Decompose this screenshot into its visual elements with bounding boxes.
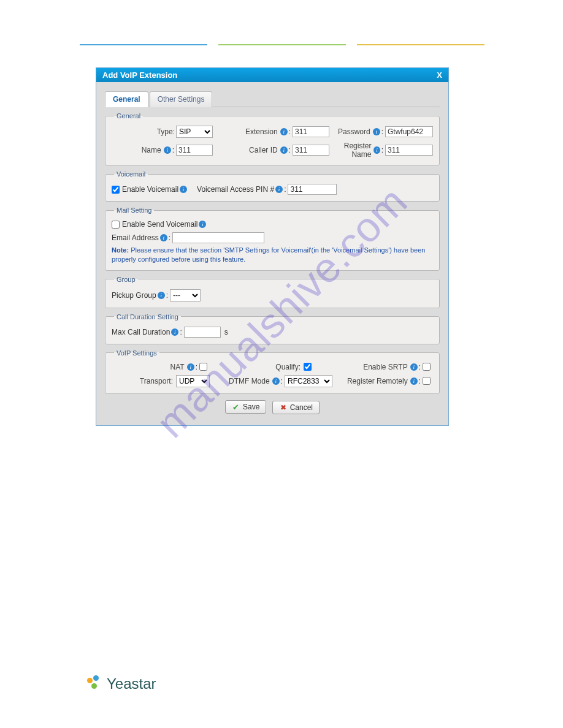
note-smtp: Note: Please ensure that the section 'SM… xyxy=(112,246,433,264)
input-max-duration[interactable] xyxy=(184,327,221,338)
save-button[interactable]: Save xyxy=(225,400,266,414)
check-icon xyxy=(232,403,240,411)
legend-mail: Mail Setting xyxy=(114,207,154,214)
group-general: General Type: SIP Extension i: Password … xyxy=(105,112,440,165)
label-dtmf-mode: DTMF Mode xyxy=(229,377,271,385)
info-icon[interactable]: i xyxy=(164,146,171,154)
label-extension: Extension xyxy=(245,127,279,136)
input-register-name[interactable] xyxy=(385,145,433,156)
label-max-duration: Max Call Duration xyxy=(112,328,170,336)
info-icon[interactable]: i xyxy=(199,221,206,228)
note-text: Please ensure that the section 'SMTP Set… xyxy=(112,246,425,263)
legend-voip: VoIP Settings xyxy=(114,349,159,357)
group-voip-settings: VoIP Settings NAT i: Qualify: Enable SRT… xyxy=(105,349,440,394)
checkbox-nat[interactable] xyxy=(199,363,207,371)
label-qualify: Qualify: xyxy=(275,363,302,371)
note-label: Note: xyxy=(112,246,129,254)
group-call-duration: Call Duration Setting Max Call Duration … xyxy=(105,313,440,344)
brand-text: Yeastar xyxy=(107,675,156,692)
brand: Yeastar xyxy=(86,675,156,692)
label-enable-srtp: Enable SRTP xyxy=(363,363,409,371)
input-caller-id[interactable] xyxy=(293,145,329,156)
label-name: Name xyxy=(142,146,163,154)
select-pickup-group[interactable]: --- xyxy=(170,289,201,301)
select-type[interactable]: SIP xyxy=(176,126,213,138)
dialog-title: Add VoIP Extension xyxy=(102,70,177,80)
legend-duration: Call Duration Setting xyxy=(114,313,181,320)
info-icon[interactable]: i xyxy=(180,186,187,193)
info-icon[interactable]: i xyxy=(410,363,418,371)
button-bar: Save Cancel xyxy=(105,400,440,414)
brand-logo-icon xyxy=(86,675,103,692)
dialog-add-voip-extension: Add VoIP Extension X General Other Setti… xyxy=(96,67,449,426)
info-icon[interactable]: i xyxy=(275,186,283,193)
tab-other-settings[interactable]: Other Settings xyxy=(150,91,213,107)
input-email-address[interactable] xyxy=(172,232,264,243)
input-password[interactable] xyxy=(385,126,433,137)
group-mail-setting: Mail Setting Enable Send Voicemail i Ema… xyxy=(105,207,440,271)
select-transport[interactable]: UDP xyxy=(176,375,210,387)
dialog-header: Add VoIP Extension X xyxy=(96,68,448,82)
checkbox-register-remotely[interactable] xyxy=(423,377,431,385)
info-icon[interactable]: i xyxy=(160,234,167,241)
rule-green xyxy=(218,44,346,45)
top-underline xyxy=(80,44,484,45)
checkbox-enable-send-voicemail[interactable] xyxy=(112,221,120,229)
tab-bar: General Other Settings xyxy=(105,91,440,107)
cancel-button[interactable]: Cancel xyxy=(272,401,320,414)
label-register-remotely: Register Remotely xyxy=(347,377,409,385)
legend-group: Group xyxy=(114,276,138,283)
label-voicemail-pin: Voicemail Access PIN # xyxy=(197,185,274,194)
input-extension[interactable] xyxy=(293,126,329,137)
label-duration-unit: s xyxy=(224,328,228,336)
rule-blue xyxy=(80,44,207,45)
checkbox-qualify[interactable] xyxy=(304,363,312,371)
rule-gold xyxy=(357,44,484,45)
label-password: Password xyxy=(338,127,372,136)
select-dtmf-mode[interactable]: RFC2833 xyxy=(285,375,332,387)
label-transport: Transport: xyxy=(140,377,174,385)
cross-icon xyxy=(279,403,288,412)
label-caller-id: Caller ID xyxy=(249,146,279,154)
input-voicemail-pin[interactable] xyxy=(288,184,337,195)
legend-general: General xyxy=(114,112,143,119)
checkbox-enable-srtp[interactable] xyxy=(423,363,431,371)
info-icon[interactable]: i xyxy=(280,146,288,154)
info-icon[interactable]: i xyxy=(373,128,380,135)
save-button-label: Save xyxy=(243,403,259,411)
info-icon[interactable]: i xyxy=(280,128,288,135)
checkbox-enable-voicemail[interactable] xyxy=(112,186,120,194)
info-icon[interactable]: i xyxy=(187,363,194,371)
info-icon[interactable]: i xyxy=(171,328,178,336)
label-enable-voicemail: Enable Voicemail xyxy=(122,185,178,194)
info-icon[interactable]: i xyxy=(373,146,380,154)
label-type: Type: xyxy=(157,127,176,136)
label-pickup-group: Pickup Group xyxy=(112,291,156,300)
input-name[interactable] xyxy=(176,145,213,156)
label-register-name: Register Name xyxy=(329,142,372,159)
label-nat: NAT xyxy=(170,363,186,371)
group-voicemail: Voicemail Enable Voicemail i Voicemail A… xyxy=(105,170,440,202)
close-icon[interactable]: X xyxy=(437,70,442,80)
label-enable-send-voicemail: Enable Send Voicemail xyxy=(122,220,197,229)
label-email-address: Email Address xyxy=(112,233,159,242)
info-icon[interactable]: i xyxy=(272,377,280,385)
info-icon[interactable]: i xyxy=(158,292,165,299)
cancel-button-label: Cancel xyxy=(290,403,313,412)
group-pickup: Group Pickup Group i: --- xyxy=(105,276,440,308)
legend-voicemail: Voicemail xyxy=(114,170,148,178)
info-icon[interactable]: i xyxy=(410,377,418,385)
tab-general[interactable]: General xyxy=(105,91,148,107)
dialog-body: General Other Settings General Type: SIP… xyxy=(96,82,448,425)
